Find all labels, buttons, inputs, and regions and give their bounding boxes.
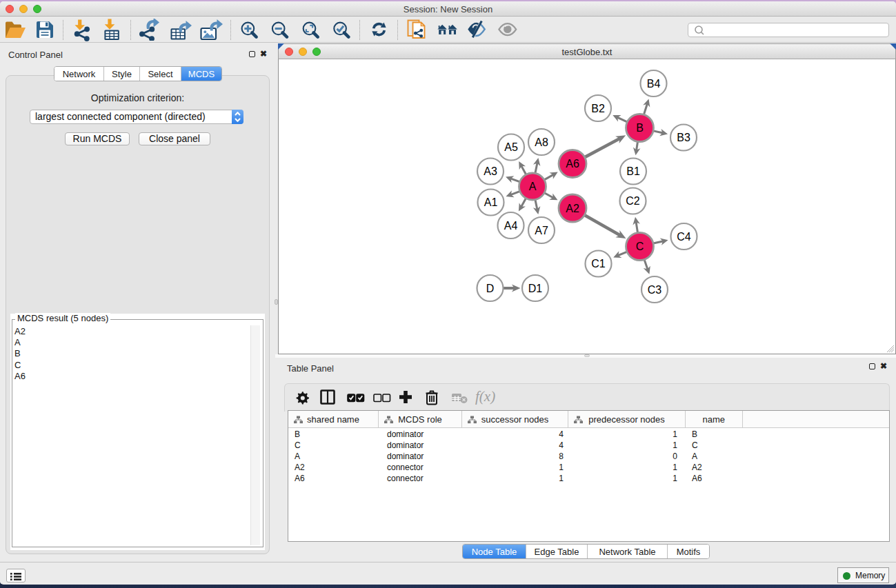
svg-text:A6: A6 bbox=[566, 158, 579, 170]
svg-text:A3: A3 bbox=[484, 165, 497, 177]
svg-text:A5: A5 bbox=[504, 141, 518, 153]
svg-text:A4: A4 bbox=[504, 220, 518, 232]
svg-text:A8: A8 bbox=[535, 136, 548, 148]
svg-text:D1: D1 bbox=[528, 283, 543, 294]
svg-text:A1: A1 bbox=[484, 196, 498, 208]
svg-text:C4: C4 bbox=[677, 231, 691, 243]
svg-text:B1: B1 bbox=[626, 165, 640, 177]
svg-text:D: D bbox=[486, 283, 495, 294]
svg-text:C3: C3 bbox=[648, 284, 662, 296]
svg-text:C: C bbox=[636, 241, 644, 252]
svg-text:A2: A2 bbox=[566, 203, 579, 214]
svg-text:C2: C2 bbox=[626, 195, 640, 207]
svg-text:A: A bbox=[529, 181, 537, 192]
svg-text:C1: C1 bbox=[591, 258, 606, 270]
svg-text:B3: B3 bbox=[677, 132, 690, 143]
svg-text:B2: B2 bbox=[591, 103, 605, 114]
svg-text:A7: A7 bbox=[535, 225, 548, 236]
svg-text:B: B bbox=[636, 122, 644, 134]
svg-text:B4: B4 bbox=[647, 78, 661, 90]
